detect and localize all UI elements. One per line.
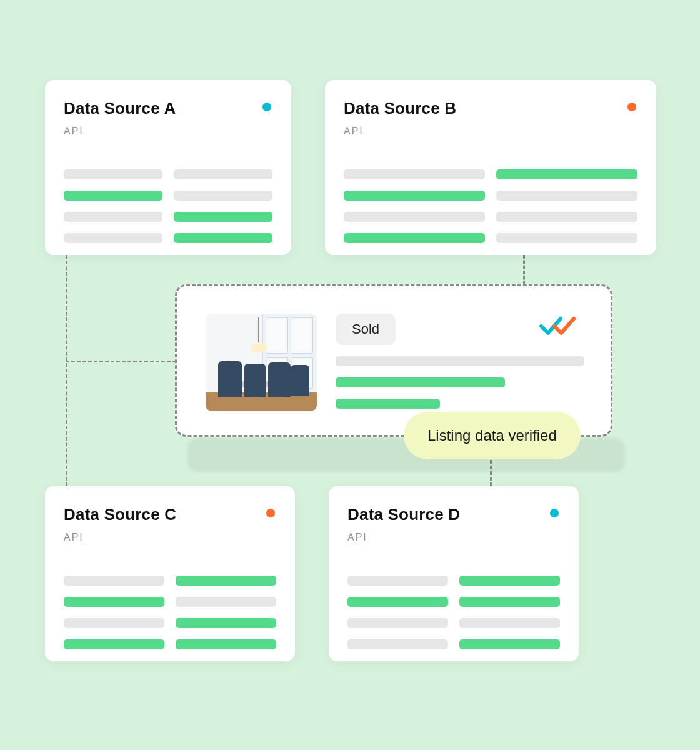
card-title: Data Source C <box>64 505 276 524</box>
card-title: Data Source D <box>348 505 560 524</box>
status-badge-sold: Sold <box>336 314 396 345</box>
data-bar <box>344 212 485 222</box>
data-bar <box>348 618 448 628</box>
source-card-a: Data Source A API <box>45 80 291 255</box>
data-bar <box>459 597 560 607</box>
card-title: Data Source B <box>344 99 638 118</box>
data-bar <box>459 639 560 649</box>
data-bar <box>496 191 638 201</box>
status-dot-orange <box>266 509 275 518</box>
data-bar <box>496 233 638 243</box>
data-bar <box>496 169 638 179</box>
connector-line <box>66 361 176 362</box>
data-bar <box>64 233 162 243</box>
listing-detail-bar <box>336 399 440 409</box>
data-bar <box>64 191 162 201</box>
data-bar <box>496 212 638 222</box>
data-bar <box>64 212 162 222</box>
data-bar <box>174 233 272 243</box>
verified-checks <box>539 315 584 338</box>
status-dot-teal <box>550 509 559 518</box>
data-bar <box>174 212 272 222</box>
card-title: Data Source A <box>64 99 272 118</box>
data-bar <box>176 597 276 607</box>
data-bar <box>348 576 448 586</box>
data-bar <box>64 576 164 586</box>
source-card-b: Data Source B API <box>325 80 656 255</box>
data-bar <box>344 233 485 243</box>
verification-pill: Listing data verified <box>404 412 581 459</box>
data-bar <box>174 169 272 179</box>
card-subtitle: API <box>64 126 272 137</box>
data-bar <box>176 576 276 586</box>
source-card-d: Data Source D API <box>329 486 579 661</box>
data-bar <box>348 639 448 649</box>
data-bar <box>64 639 164 649</box>
data-bars-grid <box>344 169 638 243</box>
data-bars-grid <box>348 576 560 649</box>
connector-line <box>523 255 525 285</box>
status-dot-orange <box>628 102 636 111</box>
source-card-c: Data Source C API <box>45 486 295 661</box>
data-bar <box>176 639 276 649</box>
status-dot-teal <box>262 102 271 111</box>
listing-detail-bars <box>336 356 584 409</box>
diagram-canvas: Data Source A API Data Source B API <box>0 0 700 750</box>
listing-detail-bar <box>336 356 584 366</box>
data-bar <box>344 169 485 179</box>
card-subtitle: API <box>64 532 276 543</box>
data-bar <box>174 191 272 201</box>
listing-photo <box>206 314 317 411</box>
data-bar <box>64 169 162 179</box>
data-bar <box>459 618 560 628</box>
data-bar <box>176 618 276 628</box>
card-subtitle: API <box>344 126 638 137</box>
data-bars-grid <box>64 169 272 243</box>
listing-detail-bar <box>336 378 505 388</box>
data-bar <box>459 576 560 586</box>
card-subtitle: API <box>348 532 560 543</box>
connector-line <box>66 255 68 486</box>
data-bar <box>344 191 485 201</box>
data-bar <box>64 618 164 628</box>
data-bars-grid <box>64 576 276 649</box>
data-bar <box>348 597 448 607</box>
data-bar <box>64 597 164 607</box>
